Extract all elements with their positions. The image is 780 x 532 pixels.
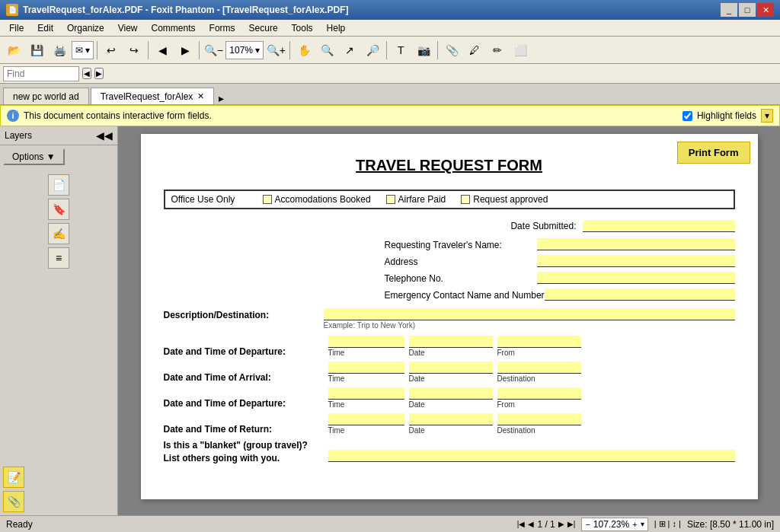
departure-time-input-1[interactable] <box>328 336 404 348</box>
blanket-label: Is this a "blanket" (group travel)?List … <box>164 439 324 465</box>
arrival-label: Date and Time of Arrival: <box>164 372 324 383</box>
menu-help[interactable]: Help <box>321 21 352 35</box>
blanket-input[interactable] <box>328 450 735 462</box>
cursor-button[interactable]: ↗ <box>339 40 360 61</box>
departure-date-input-1[interactable] <box>409 336 493 348</box>
find-input[interactable] <box>3 66 79 81</box>
find-button[interactable]: 🔎 <box>362 40 383 61</box>
accommodations-checkbox-group: Accomodations Booked <box>263 194 371 205</box>
menu-tools[interactable]: Tools <box>286 21 319 35</box>
office-use-label: Office Use Only <box>171 194 248 205</box>
page-thumb-icon[interactable]: 📄 <box>48 174 69 196</box>
open-button[interactable]: 📂 <box>3 40 24 61</box>
zoom-in-button[interactable]: 🔍+ <box>265 40 286 61</box>
undo-button[interactable]: ↩ <box>101 40 122 61</box>
prev-page-nav-button[interactable]: ◀ <box>528 520 534 528</box>
menu-view[interactable]: View <box>112 21 144 35</box>
departure-time-input-2[interactable] <box>328 387 404 400</box>
doc-area[interactable]: Print Form TRAVEL REQUEST FORM Office Us… <box>118 126 780 515</box>
menu-organize[interactable]: Organize <box>61 21 110 35</box>
emergency-contact-input[interactable] <box>545 288 735 301</box>
request-approved-checkbox[interactable] <box>461 195 470 204</box>
telephone-input[interactable] <box>537 272 735 284</box>
request-approved-checkbox-group: Request approved <box>461 194 548 205</box>
zoom-out-status-button[interactable]: − <box>585 520 590 529</box>
print-form-button[interactable]: Print Form <box>677 142 750 164</box>
minimize-button[interactable]: _ <box>721 3 737 17</box>
eraser-button[interactable]: ⬜ <box>510 40 531 61</box>
text-button[interactable]: T <box>390 40 411 61</box>
menu-secure[interactable]: Secure <box>243 21 284 35</box>
departure-date-input-2[interactable] <box>409 387 493 400</box>
menu-file[interactable]: File <box>3 21 30 35</box>
next-page-nav-button[interactable]: ▶ <box>558 520 564 528</box>
menu-edit[interactable]: Edit <box>31 21 59 35</box>
arrival-date-sublabel: Date <box>409 374 425 383</box>
tab-more-button[interactable]: ▸ <box>219 92 224 104</box>
zoom-out-button[interactable]: 🔍− <box>203 40 224 61</box>
zoom-dropdown[interactable]: 107% ▾ <box>225 41 264 59</box>
arrival-dest-input[interactable] <box>497 362 581 374</box>
info-bar: i This document contains interactive for… <box>0 105 780 126</box>
signature-icon[interactable]: ✍ <box>48 223 69 244</box>
attach-button[interactable]: 📎 <box>441 40 462 61</box>
arrival-time-group: Time <box>328 362 404 383</box>
traveler-name-input[interactable] <box>537 238 735 250</box>
menu-bar: File Edit Organize View Comments Forms S… <box>0 20 780 37</box>
highlight-options-button[interactable]: ▾ <box>761 109 773 123</box>
departure-from-input-2[interactable] <box>497 387 581 400</box>
sticky-note-icon[interactable]: 📝 <box>3 467 24 488</box>
highlight-button[interactable]: ✏ <box>487 40 508 61</box>
return-date-input[interactable] <box>409 413 493 425</box>
accommodations-checkbox[interactable] <box>263 195 272 204</box>
bookmark-icon[interactable]: 🔖 <box>48 199 69 220</box>
return-dest-input[interactable] <box>497 413 581 425</box>
select-button[interactable]: 🔍 <box>316 40 337 61</box>
options-button[interactable]: Options ▼ <box>3 148 65 165</box>
return-label: Date and Time of Return: <box>164 424 324 435</box>
sep2 <box>148 41 149 59</box>
first-page-button[interactable]: |◀ <box>517 520 526 528</box>
last-page-button[interactable]: ▶| <box>567 520 576 528</box>
address-input[interactable] <box>537 255 735 267</box>
layers-collapse-button[interactable]: ◀◀ <box>96 129 113 142</box>
print-button[interactable]: 🖨️ <box>49 40 70 61</box>
menu-comments[interactable]: Comments <box>145 21 202 35</box>
arrival-row: Date and Time of Arrival: Time Date Dest… <box>164 362 735 383</box>
request-approved-label: Request approved <box>473 194 548 205</box>
tab-travel-request[interactable]: TravelRequest_forAlex ✕ <box>91 88 215 104</box>
departure-from-sublabel-1: From <box>497 349 515 357</box>
arrival-date-input[interactable] <box>409 362 493 374</box>
prev-page-button[interactable]: ◀ <box>152 40 173 61</box>
close-button[interactable]: ✕ <box>757 3 774 17</box>
tab-new-pc-world[interactable]: new pc world ad <box>3 88 89 104</box>
date-submitted-input[interactable] <box>583 220 735 232</box>
pan-button[interactable]: ✋ <box>293 40 315 61</box>
tab-close-button[interactable]: ✕ <box>197 91 204 101</box>
stamp-button[interactable]: 🖊 <box>464 40 485 61</box>
zoom-dropdown-button[interactable]: ▾ <box>641 520 644 528</box>
find-next-button[interactable]: ▶ <box>94 68 104 79</box>
return-time-sublabel: Time <box>328 426 345 435</box>
arrival-time-input[interactable] <box>328 362 404 374</box>
attachment-icon[interactable]: 📎 <box>3 491 24 512</box>
save-button[interactable]: 💾 <box>26 40 47 61</box>
airfare-checkbox[interactable] <box>386 195 395 204</box>
menu-forms[interactable]: Forms <box>203 21 241 35</box>
highlight-fields-checkbox[interactable] <box>682 111 692 121</box>
layers-icon[interactable]: ≡ <box>48 247 69 269</box>
return-time-input[interactable] <box>328 413 404 425</box>
departure-from-input-1[interactable] <box>497 336 581 348</box>
sep1 <box>97 41 98 59</box>
email-dropdown[interactable]: ✉ ▾ <box>72 41 94 59</box>
redo-button[interactable]: ↪ <box>123 40 145 61</box>
find-prev-button[interactable]: ◀ <box>82 68 91 79</box>
zoom-in-status-button[interactable]: + <box>632 520 637 529</box>
snapshot-button[interactable]: 📷 <box>413 40 434 61</box>
next-page-button[interactable]: ▶ <box>174 40 196 61</box>
departure-date-sublabel-2: Date <box>409 400 425 409</box>
maximize-button[interactable]: □ <box>739 3 756 17</box>
telephone-label: Telephone No. <box>385 273 537 284</box>
layers-title: Layers <box>5 130 32 141</box>
desc-input[interactable] <box>324 308 735 320</box>
